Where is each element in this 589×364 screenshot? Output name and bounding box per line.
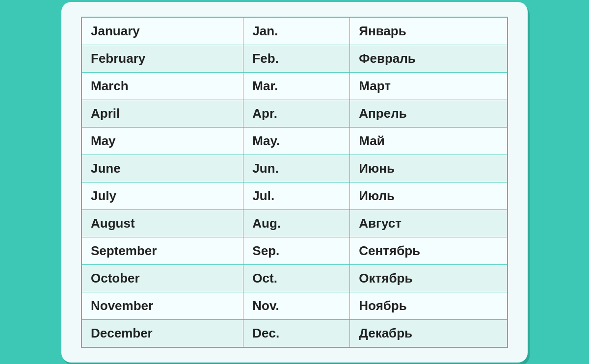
table-row: NovemberNov.Ноябрь: [81, 292, 508, 319]
month-russian: Январь: [350, 17, 508, 45]
month-abbr: Mar.: [243, 72, 350, 100]
month-russian: Июль: [350, 182, 508, 209]
month-abbr: May.: [243, 127, 350, 155]
month-russian: Сентябрь: [350, 237, 508, 264]
month-russian: Февраль: [350, 45, 508, 72]
month-english: December: [81, 319, 243, 347]
month-abbr: Sep.: [243, 237, 350, 264]
month-abbr: Jul.: [243, 182, 350, 209]
month-english: January: [81, 17, 243, 45]
month-russian: Май: [350, 127, 508, 155]
main-card: JanuaryJan.ЯнварьFebruaryFeb.ФевральMarc…: [61, 2, 528, 363]
table-row: SeptemberSep.Сентябрь: [81, 237, 508, 264]
month-russian: Июнь: [350, 155, 508, 182]
month-english: October: [81, 264, 243, 292]
month-english: September: [81, 237, 243, 264]
month-english: July: [81, 182, 243, 209]
month-abbr: Jun.: [243, 155, 350, 182]
table-row: MayMay.Май: [81, 127, 508, 155]
table-row: JulyJul.Июль: [81, 182, 508, 209]
month-abbr: Oct.: [243, 264, 350, 292]
table-row: DecemberDec.Декабрь: [81, 319, 508, 347]
month-abbr: Dec.: [243, 319, 350, 347]
month-russian: Октябрь: [350, 264, 508, 292]
table-row: AugustAug.Август: [81, 209, 508, 237]
month-abbr: Aug.: [243, 209, 350, 237]
table-row: JanuaryJan.Январь: [81, 17, 508, 45]
table-row: JuneJun.Июнь: [81, 155, 508, 182]
month-abbr: Apr.: [243, 100, 350, 127]
table-row: MarchMar.Март: [81, 72, 508, 100]
month-abbr: Jan.: [243, 17, 350, 45]
month-english: April: [81, 100, 243, 127]
month-abbr: Feb.: [243, 45, 350, 72]
month-english: May: [81, 127, 243, 155]
month-russian: Декабрь: [350, 319, 508, 347]
month-russian: Апрель: [350, 100, 508, 127]
month-english: November: [81, 292, 243, 319]
month-russian: Август: [350, 209, 508, 237]
months-table: JanuaryJan.ЯнварьFebruaryFeb.ФевральMarc…: [81, 17, 508, 348]
month-russian: Март: [350, 72, 508, 100]
table-row: OctoberOct.Октябрь: [81, 264, 508, 292]
month-russian: Ноябрь: [350, 292, 508, 319]
table-row: FebruaryFeb.Февраль: [81, 45, 508, 72]
month-english: June: [81, 155, 243, 182]
month-english: August: [81, 209, 243, 237]
table-row: AprilApr.Апрель: [81, 100, 508, 127]
month-abbr: Nov.: [243, 292, 350, 319]
month-english: February: [81, 45, 243, 72]
month-english: March: [81, 72, 243, 100]
